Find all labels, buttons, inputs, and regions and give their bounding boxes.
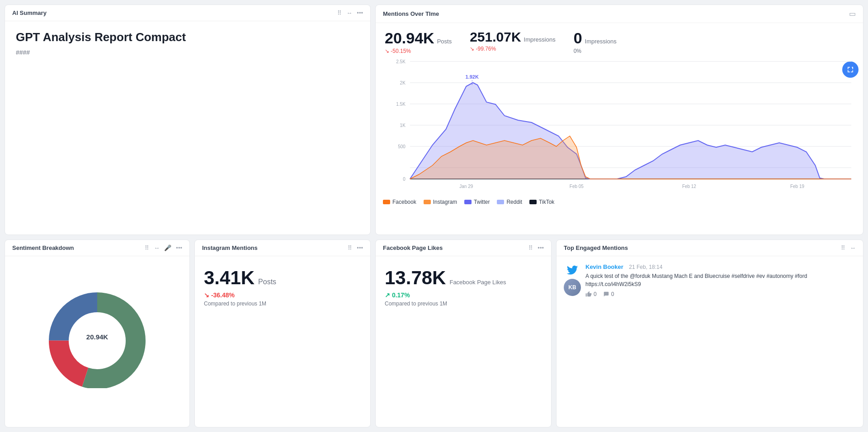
minimize-icon[interactable]: ▭ xyxy=(849,9,856,18)
facebook-body: 13.78K Facebook Page Likes ↗ 0.17% Compa… xyxy=(376,256,551,318)
facebook-change: ↗ 0.17% xyxy=(385,291,542,299)
top-engaged-mentions-card: Top Engaged Mentions ⠿ ↔ KB xyxy=(556,239,863,427)
svg-text:1.92K: 1.92K xyxy=(466,74,479,80)
mention-author-line: Kevin Booker 21 Feb, 18:14 xyxy=(585,263,856,271)
stat-posts-change: ↘ -50.15% xyxy=(385,48,452,54)
mention-comments: 0 xyxy=(603,291,614,297)
legend-twitter: Twitter xyxy=(464,199,490,205)
mentions-over-time-card: Mentions Over TIme ▭ 20.94K Posts ↘ -50.… xyxy=(375,5,863,235)
instagram-more-icon[interactable]: ••• xyxy=(357,244,363,251)
stat-impressions-label: Impressions xyxy=(524,36,556,43)
instagram-change: ↘ -36.48% xyxy=(204,291,361,299)
legend-reddit: Reddit xyxy=(497,199,522,205)
facebook-value: 13.78K xyxy=(385,267,446,289)
legend-tiktok: TikTok xyxy=(529,199,554,205)
expand-icon[interactable]: ↔ xyxy=(346,9,352,16)
facebook-grid-icon[interactable]: ⠿ xyxy=(528,244,533,251)
mention-comments-count: 0 xyxy=(611,291,614,297)
instagram-mentions-card: Instagram Mentions ⠿ ••• 3.41K Posts ↘ -… xyxy=(194,239,371,427)
mentions-chart: 2.5K 2K 1.5K 1K 500 0 Jan 29 Feb 05 Feb … xyxy=(383,57,856,193)
dashboard: AI Summary ⠿ ↔ ••• GPT Analysis Report C… xyxy=(0,0,868,432)
stat-posts-label: Posts xyxy=(437,38,452,45)
instagram-grid-icon[interactable]: ⠿ xyxy=(348,244,352,251)
ai-summary-card: AI Summary ⠿ ↔ ••• GPT Analysis Report C… xyxy=(5,5,371,235)
stat-impressions-value: 251.07K xyxy=(470,29,521,45)
sentiment-header: Sentiment Breakdown ⠿ ↔ 🎤 ••• xyxy=(5,240,189,256)
mention-text: A quick test of the @forduk Mustang Mach… xyxy=(585,272,856,288)
svg-text:500: 500 xyxy=(398,144,406,149)
tiktok-legend-color xyxy=(529,200,537,204)
facebook-metric: 13.78K Facebook Page Likes xyxy=(385,267,542,289)
ai-summary-actions: ⠿ ↔ ••• xyxy=(337,9,363,16)
svg-text:Feb 19: Feb 19 xyxy=(790,184,804,189)
stat-posts: 20.94K Posts ↘ -50.15% xyxy=(385,29,452,54)
top-mentions-header: Top Engaged Mentions ⠿ ↔ xyxy=(557,240,863,256)
mention-avatar: KB xyxy=(564,279,581,296)
donut-chart: 20.94K xyxy=(38,289,156,388)
sentiment-title: Sentiment Breakdown xyxy=(12,244,74,251)
top-mentions-expand-icon[interactable]: ↔ xyxy=(850,244,856,251)
stat-posts-value: 20.94K xyxy=(385,29,434,47)
legend-facebook: Facebook xyxy=(383,199,416,205)
grid-icon[interactable]: ⠿ xyxy=(337,9,342,16)
mention-icons: KB xyxy=(564,263,581,297)
instagram-metric: 3.41K Posts xyxy=(204,267,361,289)
instagram-header: Instagram Mentions ⠿ ••• xyxy=(195,240,370,256)
instagram-unit: Posts xyxy=(258,278,276,286)
svg-text:1.5K: 1.5K xyxy=(396,102,406,107)
instagram-title: Instagram Mentions xyxy=(202,244,258,251)
ai-summary-body: GPT Analysis Report Compact #### xyxy=(5,21,370,65)
sentiment-mic-icon[interactable]: 🎤 xyxy=(164,244,171,251)
facebook-more-icon[interactable]: ••• xyxy=(538,244,544,251)
ai-summary-content: #### xyxy=(16,49,359,56)
facebook-unit: Facebook Page Likes xyxy=(449,279,506,286)
mention-stats: 0 0 xyxy=(585,291,856,297)
mentions-stats: 20.94K Posts ↘ -50.15% 251.07K Impressio… xyxy=(376,23,863,57)
facebook-legend-label: Facebook xyxy=(392,199,416,205)
mention-content: Kevin Booker 21 Feb, 18:14 A quick test … xyxy=(585,263,856,297)
svg-text:2.5K: 2.5K xyxy=(396,59,406,64)
svg-text:1K: 1K xyxy=(400,123,406,128)
sentiment-grid-icon[interactable]: ⠿ xyxy=(145,244,149,251)
twitter-platform-icon xyxy=(565,263,580,277)
instagram-body: 3.41K Posts ↘ -36.48% Compared to previo… xyxy=(195,256,370,318)
svg-point-22 xyxy=(71,315,123,367)
sentiment-expand-icon[interactable]: ↔ xyxy=(154,244,160,251)
chart-area: 2.5K 2K 1.5K 1K 500 0 Jan 29 Feb 05 Feb … xyxy=(376,57,863,196)
stat-zero-change: 0% xyxy=(574,48,617,54)
twitter-legend-label: Twitter xyxy=(474,199,490,205)
sentiment-breakdown-card: Sentiment Breakdown ⠿ ↔ 🎤 ••• xyxy=(5,239,190,427)
stat-impressions: 251.07K Impressions ↘ -99.76% xyxy=(470,29,556,52)
instagram-actions: ⠿ ••• xyxy=(348,244,363,251)
mention-author[interactable]: Kevin Booker xyxy=(585,263,623,270)
mention-date: 21 Feb, 18:14 xyxy=(629,264,662,270)
reddit-legend-label: Reddit xyxy=(506,199,522,205)
sentiment-more-icon[interactable]: ••• xyxy=(176,244,182,251)
mention-likes: 0 xyxy=(585,291,597,297)
facebook-legend-color xyxy=(383,200,390,204)
sentiment-actions: ⠿ ↔ 🎤 ••• xyxy=(145,244,182,251)
ai-summary-header: AI Summary ⠿ ↔ ••• xyxy=(5,5,370,21)
stat-impressions-change: ↘ -99.76% xyxy=(470,46,556,52)
mentions-title: Mentions Over TIme xyxy=(383,10,439,17)
facebook-header: Facebook Page Likes ⠿ ••• xyxy=(376,240,551,256)
mention-item: KB Kevin Booker 21 Feb, 18:14 A quick te… xyxy=(564,263,856,297)
donut-svg: 20.94K xyxy=(38,289,156,388)
chart-legend: Facebook Instagram Twitter Reddit TikTok xyxy=(376,196,863,211)
svg-text:Feb 05: Feb 05 xyxy=(570,184,584,189)
ai-summary-main-title: GPT Analysis Report Compact xyxy=(16,30,359,44)
chart-svg: 2.5K 2K 1.5K 1K 500 0 Jan 29 Feb 05 Feb … xyxy=(383,57,856,193)
instagram-value: 3.41K xyxy=(204,267,255,289)
mention-likes-count: 0 xyxy=(594,291,597,297)
reddit-legend-color xyxy=(497,200,504,204)
svg-text:0: 0 xyxy=(403,177,406,182)
top-mentions-grid-icon[interactable]: ⠿ xyxy=(841,244,845,251)
instagram-legend-color xyxy=(424,200,431,204)
more-icon[interactable]: ••• xyxy=(357,9,363,16)
instagram-compare: Compared to previous 1M xyxy=(204,301,361,307)
twitter-legend-color xyxy=(464,200,472,204)
mentions-header: Mentions Over TIme ▭ xyxy=(376,5,863,23)
instagram-legend-label: Instagram xyxy=(433,199,457,205)
facebook-title: Facebook Page Likes xyxy=(383,244,443,251)
stat-zero-impressions: 0 Impressions 0% xyxy=(574,29,617,54)
